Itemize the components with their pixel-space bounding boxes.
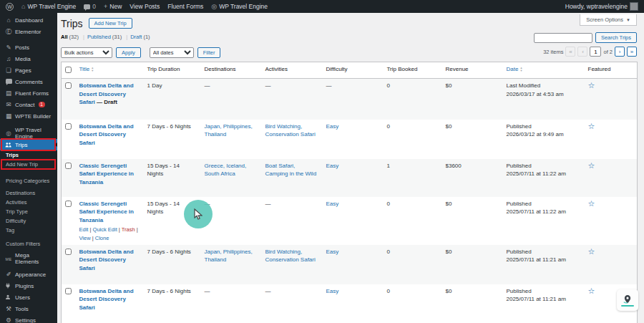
difficulty[interactable]: Easy [326, 201, 339, 207]
sidebar-item-tools[interactable]: ⚒ Tools [0, 303, 57, 314]
featured-star-icon[interactable] [588, 248, 595, 256]
featured-star-icon[interactable] [588, 287, 595, 295]
search-trips-button[interactable]: Search Trips [595, 32, 637, 43]
current-page-input[interactable] [590, 47, 601, 57]
clone-link[interactable]: Clone [95, 235, 109, 241]
submenu-item-trip-type[interactable]: Trip Type [0, 207, 57, 216]
edit-link[interactable]: Edit [79, 226, 93, 233]
next-page-button[interactable]: › [615, 47, 625, 57]
wordpress-logo-icon[interactable]: W [6, 3, 14, 11]
trip-duration: 15 Days - 14 Nights [147, 163, 180, 178]
user-avatar [630, 2, 638, 11]
view-link[interactable]: View [79, 235, 95, 241]
sidebar-item-mega-elements[interactable]: Mega Elements [0, 253, 57, 264]
difficulty[interactable]: Easy [326, 163, 339, 169]
destinations[interactable]: Japan, Philippines, Thailand [205, 249, 253, 264]
trip-title-link[interactable]: Botswana Delta and Desert Discovery Safa… [79, 123, 134, 146]
filter-button[interactable]: Filter [197, 47, 221, 58]
contact-count-badge: 1 [39, 102, 45, 107]
submenu-item-custom-filters[interactable]: Custom Filters [0, 239, 57, 249]
activities[interactable]: Bird Watching, Conservation Safari [265, 123, 316, 138]
adminbar-wp-travel-engine[interactable]: ◎ WP Travel Engine [211, 3, 268, 10]
date-status: Published [507, 162, 581, 170]
destinations[interactable]: Greece, Iceland, South Africa [205, 163, 247, 178]
difficulty[interactable]: Easy [326, 288, 339, 294]
featured-star-icon[interactable] [588, 162, 595, 170]
submenu-item-activities[interactable]: Activities [0, 198, 57, 207]
sidebar-item-comments[interactable]: Comments [0, 76, 57, 87]
envelope-icon: ✉ [5, 102, 12, 108]
featured-star-icon[interactable] [588, 200, 595, 208]
activities[interactable]: Bird Watching, Conservation Safari [265, 249, 316, 264]
adminbar-account-menu[interactable]: Howdy, wptravelengine [565, 2, 638, 11]
all-dates-select[interactable]: All dates [150, 47, 194, 58]
sidebar-item-appearance[interactable]: ✐ Appearance [0, 269, 57, 280]
submenu-item-add-new-trip[interactable]: Add New Trip [0, 160, 57, 169]
row-checkbox[interactable] [65, 288, 72, 294]
submenu-item-difficulty[interactable]: Difficulty [0, 216, 57, 226]
column-title[interactable]: Title▲▼ [76, 62, 144, 79]
adminbar-fluent-forms[interactable]: Fluent Forms [167, 3, 203, 10]
trip-duration: 7 Days - 6 Nights [147, 123, 191, 130]
table-row: Classic Serengeti Safari Experience in T… [62, 197, 638, 245]
trash-link[interactable]: Trash [122, 226, 138, 233]
last-page-button[interactable]: » [627, 47, 637, 57]
sidebar-item-dashboard[interactable]: ⌂ Dashboard [0, 14, 57, 26]
row-checkbox[interactable] [65, 201, 72, 207]
draft-label: — Draft [97, 99, 117, 105]
featured-star-icon[interactable] [588, 122, 595, 130]
submenu-item-tag[interactable]: Tag [0, 226, 57, 235]
sidebar-item-pages[interactable]: ❏ Pages [0, 64, 57, 76]
sidebar-item-plugins[interactable]: Plugins [0, 280, 57, 291]
submenu-item-pricing-categories[interactable]: Pricing Categories [0, 176, 57, 185]
column-difficulty: Difficulty [323, 62, 384, 79]
dashboard-icon: ⌂ [5, 17, 12, 24]
revenue: $0 [446, 201, 452, 207]
destinations[interactable]: Japan, Philippines, Thailand [205, 123, 253, 138]
submenu-item-destinations[interactable]: Destinations [0, 188, 57, 198]
revenue: $3600 [446, 163, 462, 169]
row-checkbox[interactable] [65, 123, 72, 130]
search-input[interactable] [534, 33, 592, 43]
bulk-actions-select[interactable]: Bulk actions [61, 47, 112, 58]
sidebar-item-fluent-forms[interactable]: ▤ Fluent Forms [0, 87, 57, 99]
sidebar-item-contact[interactable]: ✉ Contact 1 [0, 99, 57, 110]
trips-table: Title▲▼ Trip Duration Destinations Activ… [61, 62, 638, 323]
trip-title-link[interactable]: Botswana Delta and Desert Discovery Safa… [79, 288, 134, 311]
sidebar-item-settings[interactable]: ⚙ Settings [0, 314, 57, 323]
quick-edit-link[interactable]: Quick Edit [93, 226, 122, 233]
adminbar-site-name[interactable]: ⌂ WP Travel Engine [21, 3, 76, 10]
select-all-checkbox[interactable] [65, 67, 72, 73]
featured-star-icon[interactable] [588, 82, 595, 90]
trip-booked: 0 [387, 288, 390, 294]
sidebar-item-users[interactable]: Users [0, 291, 57, 303]
trip-title-link[interactable]: Classic Serengeti Safari Experience in T… [79, 163, 134, 185]
row-checkbox[interactable] [65, 163, 72, 169]
adminbar-new[interactable]: + New [104, 3, 122, 10]
activities: — [265, 201, 271, 207]
view-all-link[interactable]: All (32) [61, 34, 87, 40]
adminbar-view-posts[interactable]: View Posts [130, 3, 160, 10]
sidebar-item-trips[interactable]: Trips [0, 139, 57, 150]
submenu-item-trips[interactable]: Trips [0, 150, 57, 160]
view-draft-link[interactable]: Draft (1) [130, 34, 150, 40]
difficulty[interactable]: Easy [326, 249, 339, 255]
adminbar-comments[interactable]: 0 [84, 3, 96, 10]
sidebar-item-media[interactable]: ♫ Media [0, 53, 57, 64]
trip-title-link[interactable]: Botswana Delta and Desert Discovery Safa… [79, 249, 134, 271]
row-checkbox[interactable] [65, 249, 72, 255]
sidebar-item-wp-travel-engine[interactable]: ◎ WP Travel Engine [0, 127, 57, 139]
trip-booked: 0 [387, 201, 390, 207]
sidebar-item-wpte-builder[interactable]: ▦ WPTE Builder [0, 110, 57, 122]
add-new-trip-button[interactable]: Add New Trip [89, 18, 132, 29]
view-published-link[interactable]: Published (31) [87, 34, 130, 40]
column-date[interactable]: Date▲▼ [503, 62, 585, 79]
difficulty[interactable]: Easy [326, 123, 339, 130]
trip-title-link[interactable]: Classic Serengeti Safari Experience in T… [79, 201, 134, 223]
sidebar-item-elementor[interactable]: Ⓔ Elementor [0, 26, 57, 37]
apply-button[interactable]: Apply [116, 47, 141, 58]
activities[interactable]: Boat Safari, Camping in the Wild [265, 163, 317, 178]
sidebar-item-posts[interactable]: ✎ Posts [0, 42, 57, 53]
row-checkbox[interactable] [65, 82, 72, 89]
wpte-helper-widget[interactable] [617, 289, 638, 311]
